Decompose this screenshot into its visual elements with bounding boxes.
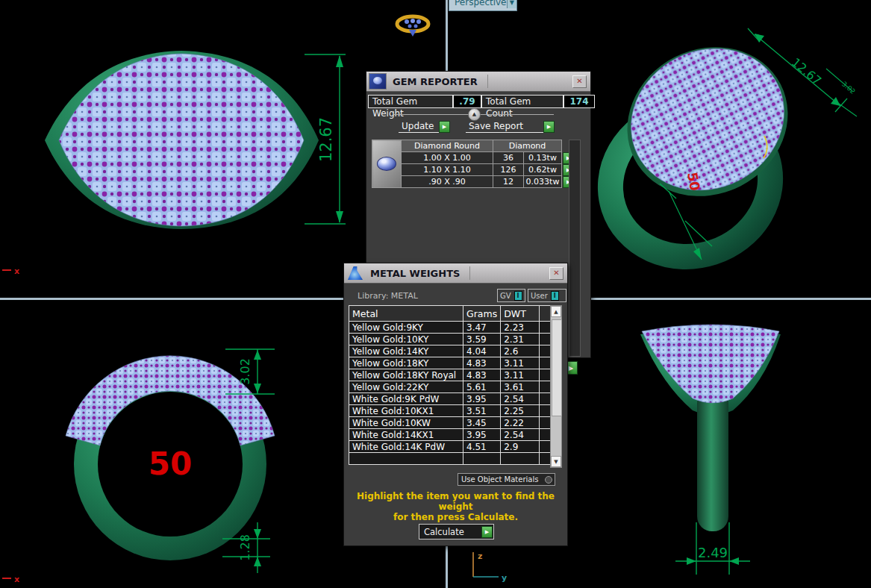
gem-size-cell[interactable]: .90 X .90	[402, 176, 493, 188]
metal-table-row[interactable]: White Gold:14K PdW 4.51 2.9	[349, 441, 552, 453]
grams-cell[interactable]: 4.83	[463, 369, 501, 381]
grams-cell[interactable]: 3.51	[463, 405, 501, 417]
gem-size-cell[interactable]: 1.00 X 1.00	[402, 152, 493, 164]
dwt-cell[interactable]: 3.11	[501, 357, 540, 369]
metal-name-cell[interactable]: Yellow Gold:9KY	[349, 322, 463, 334]
gem-type-header: Diamond Round	[402, 140, 493, 152]
dwt-cell[interactable]: 2.54	[501, 429, 540, 441]
metal-name-cell[interactable]: White Gold:9K PdW	[349, 393, 463, 405]
ring-model-perspective-view[interactable]	[591, 20, 814, 278]
calculate-button[interactable]: Calculate ▶	[419, 524, 494, 539]
dwt-cell[interactable]: 2.25	[501, 405, 540, 417]
close-icon[interactable]: ✕	[572, 75, 587, 88]
gem-table-row[interactable]: 1.10 X 1.10 126 0.62tw ▶	[372, 164, 575, 176]
ring-model-side-view[interactable]	[640, 325, 781, 531]
metal-name-cell[interactable]: Yellow Gold:14KY	[349, 345, 463, 357]
axis-indicator-front-view: x	[2, 575, 19, 584]
metal-table-scrollbar[interactable]: ▲ ▼	[550, 305, 562, 468]
metal-table-container: Metal Grams DWT Yellow Gold:9KY 3.47 2.2…	[349, 305, 563, 468]
grams-cell[interactable]: 3.95	[463, 393, 501, 405]
gem-reporter-icon	[369, 73, 387, 90]
metal-table-row[interactable]: Yellow Gold:10KY 3.59 2.31	[349, 334, 552, 345]
metal-name-cell[interactable]: Yellow Gold:18KY	[349, 357, 463, 369]
metal-name-cell[interactable]: White Gold:10KW	[349, 417, 463, 429]
save-report-button[interactable]: Save Report ▶	[466, 121, 555, 133]
use-object-materials-button[interactable]: Use Object Materials	[458, 473, 555, 486]
gv-toggle-button[interactable]: GV I	[497, 289, 525, 302]
dwt-cell[interactable]: 2.31	[501, 334, 540, 345]
metal-table-row[interactable]: Yellow Gold:18KY Royal 4.83 3.11	[349, 369, 552, 381]
metal-name-cell[interactable]: Yellow Gold:10KY	[349, 334, 463, 345]
library-label: Library: METAL	[358, 291, 418, 301]
go-arrow-icon[interactable]: ▶	[439, 121, 450, 133]
total-gem-count-value: 174	[564, 95, 595, 108]
metal-table-row[interactable]: White Gold:10KW 3.45 2.22	[349, 417, 552, 429]
toggle-indicator: I	[514, 291, 522, 301]
metal-table-row[interactable]: Yellow Gold:14KY 4.04 2.6	[349, 345, 552, 357]
metal-table-row[interactable]: Yellow Gold:18KY 4.83 3.11	[349, 357, 552, 369]
dwt-cell[interactable]: 2.22	[501, 417, 540, 429]
gem-table-row[interactable]: 1.00 X 1.00 36 0.13tw ▶	[372, 152, 575, 164]
gem-weight-cell[interactable]: 0.033tw	[524, 176, 562, 188]
grams-cell[interactable]: 4.51	[463, 441, 501, 453]
total-gem-weight-label: Total Gem Weight	[368, 95, 453, 108]
close-icon[interactable]: ✕	[549, 267, 564, 280]
axis-indicator-top-view: x	[2, 266, 19, 276]
ring-model-top-view[interactable]	[45, 51, 319, 229]
window-title: GEM REPORTER	[393, 76, 478, 87]
grams-cell[interactable]: 4.04	[463, 345, 501, 357]
metal-table-row[interactable]: White Gold:9K PdW 3.95 2.54	[349, 393, 552, 405]
titlebar-divider	[469, 266, 470, 280]
gem-reporter-scroll-strip[interactable]	[569, 140, 581, 357]
dwt-cell[interactable]: 2.23	[501, 322, 540, 334]
collapse-knob[interactable]: ▲	[468, 108, 481, 121]
gem-table-row[interactable]: .90 X .90 12 0.033tw ▶	[372, 176, 575, 188]
gem-reporter-titlebar[interactable]: GEM REPORTER ✕	[366, 72, 590, 92]
grams-cell[interactable]: 3.59	[463, 334, 501, 345]
metal-name-cell[interactable]: White Gold:14K PdW	[349, 441, 463, 453]
metal-name-cell[interactable]: White Gold:10KX1	[349, 405, 463, 417]
viewport-title-dropdown[interactable]: Perspective ▼	[449, 0, 517, 11]
dwt-cell[interactable]: 2.6	[501, 345, 540, 357]
instruction-line-2: for then press Calculate.	[344, 512, 567, 522]
gem-weight-cell[interactable]: 0.62tw	[524, 164, 562, 176]
gem-count-cell[interactable]: 36	[493, 152, 524, 164]
dwt-cell[interactable]: 3.11	[501, 369, 540, 381]
radio-icon[interactable]	[545, 476, 552, 484]
axis-x-label: x	[14, 575, 19, 584]
dwt-cell[interactable]: 2.9	[501, 441, 540, 453]
update-button[interactable]: Update ▶	[399, 121, 450, 133]
gem-weight-cell[interactable]: 0.13tw	[524, 152, 562, 164]
gem-count-cell[interactable]: 12	[493, 176, 524, 188]
metal-table-row[interactable]: White Gold:10KX1 3.51 2.25	[349, 405, 552, 417]
go-arrow-icon[interactable]: ▶	[543, 121, 555, 133]
metal-table-row[interactable]: Yellow Gold:22KY 5.61 3.61	[349, 381, 552, 393]
go-arrow-icon[interactable]: ▶	[481, 526, 493, 538]
grams-cell[interactable]: 3.95	[463, 429, 501, 441]
dwt-cell[interactable]: 2.54	[501, 393, 540, 405]
dim-label-1-28: 1.28	[238, 534, 252, 561]
grams-cell[interactable]: 4.83	[463, 357, 501, 369]
chevron-down-icon[interactable]: ▼	[507, 0, 517, 8]
scroll-down-icon[interactable]: ▼	[551, 456, 561, 467]
metal-name-cell[interactable]: White Gold:14KX1	[349, 429, 463, 441]
metal-weights-titlebar[interactable]: METAL WEIGHTS ✕	[344, 263, 567, 284]
user-toggle-button[interactable]: User I	[528, 289, 566, 302]
metal-table-row-clipped[interactable]	[349, 453, 552, 465]
gem-size-cell[interactable]: 1.10 X 1.10	[402, 164, 493, 176]
metal-table-header-row: Metal Grams DWT	[349, 306, 552, 322]
grams-cell[interactable]: 3.47	[463, 322, 501, 334]
grams-cell[interactable]: 3.45	[463, 417, 501, 429]
metal-table-row[interactable]: Yellow Gold:9KY 3.47 2.23	[349, 322, 552, 334]
dwt-cell[interactable]: 3.61	[501, 381, 540, 393]
scrollbar-thumb[interactable]	[552, 319, 562, 416]
dim-label-small-perspective: 3.02	[840, 80, 857, 96]
grams-cell[interactable]: 5.61	[463, 381, 501, 393]
mini-ring-icon[interactable]	[397, 16, 428, 37]
metal-name-cell[interactable]: Yellow Gold:22KY	[349, 381, 463, 393]
scroll-up-icon[interactable]: ▲	[551, 306, 561, 317]
total-gem-weight-value: .79	[453, 95, 481, 108]
metal-table-row[interactable]: White Gold:14KX1 3.95 2.54	[349, 429, 552, 441]
gem-count-cell[interactable]: 126	[493, 164, 524, 176]
metal-name-cell[interactable]: Yellow Gold:18KY Royal	[349, 369, 463, 381]
